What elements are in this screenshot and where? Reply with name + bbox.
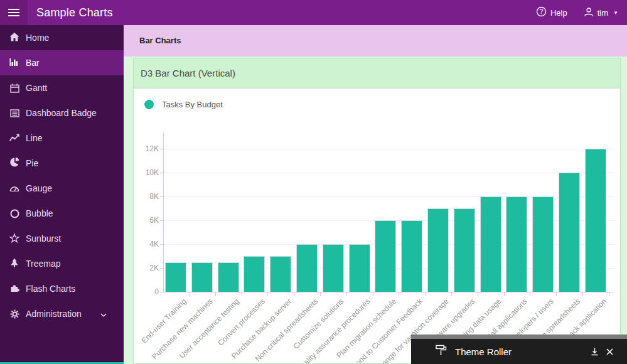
bar[interactable]: [323, 244, 344, 292]
caret-down-icon: ▼: [613, 10, 618, 16]
gear-icon: [9, 308, 20, 319]
bar-chart-icon: [9, 57, 20, 68]
x-axis-tick: [189, 292, 190, 296]
sidebar-item-label: Gantt: [26, 83, 47, 93]
bar[interactable]: [401, 220, 422, 292]
x-axis-tick: [609, 292, 609, 296]
help-label: Help: [550, 8, 567, 18]
sidebar-item-bubble[interactable]: Bubble: [0, 201, 124, 226]
sidebar-item-bar[interactable]: Bar: [0, 50, 124, 75]
sidebar-item-gantt[interactable]: Gantt: [0, 75, 124, 100]
bar[interactable]: [585, 149, 606, 292]
bar[interactable]: [244, 256, 265, 292]
y-axis-label: 4K: [137, 240, 159, 249]
y-axis-line: [163, 132, 164, 292]
sidebar-item-label: Flash Charts: [26, 284, 75, 294]
bar[interactable]: [427, 208, 449, 292]
sidebar-item-label: Treemap: [26, 259, 61, 269]
close-icon[interactable]: [602, 344, 617, 359]
list-icon: [9, 107, 20, 119]
sidebar-item-label: Line: [26, 133, 42, 143]
x-axis-tick: [294, 292, 294, 296]
sidebar-item-label: Bar: [26, 58, 40, 68]
bar[interactable]: [506, 196, 527, 292]
x-axis-tick: [478, 292, 478, 296]
page-title: Bar Charts: [124, 25, 627, 56]
sidebar-item-label: Administration: [26, 309, 82, 319]
theme-roller-top-band: [411, 335, 627, 339]
x-axis-tick: [267, 292, 268, 296]
sidebar-item-sunburst[interactable]: Sunburst: [0, 226, 124, 251]
x-axis-tick: [320, 292, 321, 296]
sidebar-item-line[interactable]: Line: [0, 126, 124, 151]
sidebar-item-label: Gauge: [26, 183, 52, 193]
calendar-icon: [9, 82, 20, 94]
bar-chart-plot: 02K4K6K8K10K12KEnd-user TrainingPurchase…: [134, 58, 620, 363]
sidebar-item-label: Home: [26, 33, 49, 43]
bar[interactable]: [349, 244, 370, 292]
sidebar-item-gauge[interactable]: Gauge: [0, 176, 124, 201]
bar[interactable]: [559, 173, 580, 292]
theme-roller-header[interactable]: Theme Roller: [411, 339, 627, 364]
sidebar-item-dashboard-badge[interactable]: Dashboard Badge: [0, 100, 124, 126]
tree-icon: [9, 258, 20, 269]
puzzle-icon: [9, 283, 20, 294]
svg-text:?: ?: [540, 8, 544, 15]
theme-roller-panel: Theme Roller: [411, 335, 627, 364]
x-axis-tick: [556, 292, 557, 296]
sidebar-item-treemap[interactable]: Treemap: [0, 251, 124, 276]
y-axis-label: 6K: [137, 216, 159, 225]
circle-icon: [9, 208, 20, 219]
user-icon: [584, 7, 594, 19]
app-title: Sample Charts: [36, 6, 113, 19]
sidebar-item-label: Dashboard Badge: [26, 108, 97, 118]
help-button[interactable]: ? Help: [536, 6, 567, 19]
paint-roller-icon: [435, 344, 447, 359]
line-chart-icon: [9, 132, 20, 144]
sidebar-item-label: Pie: [26, 158, 38, 168]
x-axis-tick: [346, 292, 347, 296]
user-name: tim: [598, 8, 608, 18]
page-header-band: Bar Charts: [124, 25, 627, 56]
hamburger-icon[interactable]: [0, 0, 28, 25]
x-axis-tick: [215, 292, 216, 296]
bar[interactable]: [218, 262, 239, 292]
y-axis-label: 10K: [137, 168, 159, 177]
top-bar: Sample Charts ? Help tim ▼: [0, 0, 627, 25]
gridline: [164, 173, 614, 173]
sidebar-item-label: Sunburst: [26, 233, 61, 244]
chart-card: D3 Bar Chart (Vertical) Tasks By Budget …: [133, 58, 621, 364]
bar[interactable]: [270, 256, 291, 292]
y-axis-label: 8K: [137, 192, 159, 201]
chevron-down-icon: [98, 309, 109, 321]
sidebar-item-administration[interactable]: Administration: [0, 301, 124, 326]
sidebar-item-home[interactable]: Home: [0, 25, 124, 50]
download-icon[interactable]: [587, 344, 602, 359]
gridline: [164, 149, 614, 149]
x-axis-tick: [451, 292, 452, 296]
star-icon: [9, 233, 20, 244]
x-axis-tick: [399, 292, 399, 296]
bar[interactable]: [191, 262, 213, 292]
bar[interactable]: [296, 244, 318, 292]
sidebar-item-label: Bubble: [26, 208, 53, 218]
y-axis-label: 0: [137, 287, 159, 296]
x-axis-label: End-user Training: [140, 297, 188, 345]
sidebar: HomeBarGanttDashboard BadgeLinePieGaugeB…: [0, 25, 124, 364]
topbar-right: ? Help tim ▼: [536, 6, 627, 19]
help-circle-icon: ?: [536, 6, 547, 19]
bar[interactable]: [165, 262, 186, 292]
theme-roller-title: Theme Roller: [455, 346, 587, 357]
sidebar-item-pie[interactable]: Pie: [0, 151, 124, 176]
bar[interactable]: [532, 196, 554, 292]
sidebar-item-flash-charts[interactable]: Flash Charts: [0, 276, 124, 301]
content-area: D3 Bar Chart (Vertical) Tasks By Budget …: [124, 56, 627, 364]
user-menu-button[interactable]: tim ▼: [584, 7, 618, 19]
x-axis-label: Convert processes: [217, 297, 267, 348]
gauge-icon: [9, 183, 20, 194]
x-axis-tick: [504, 292, 505, 296]
bar[interactable]: [480, 196, 501, 292]
x-axis-tick: [425, 292, 426, 296]
bar[interactable]: [375, 220, 396, 292]
bar[interactable]: [454, 208, 475, 292]
